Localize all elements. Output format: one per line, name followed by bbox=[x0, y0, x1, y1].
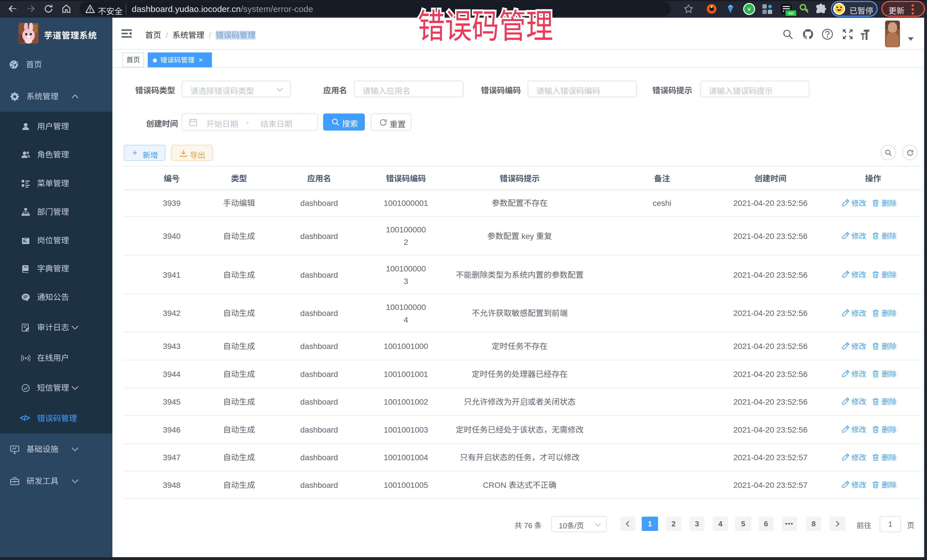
svg-text:错误码管理: 错误码管理 bbox=[418, 3, 553, 48]
